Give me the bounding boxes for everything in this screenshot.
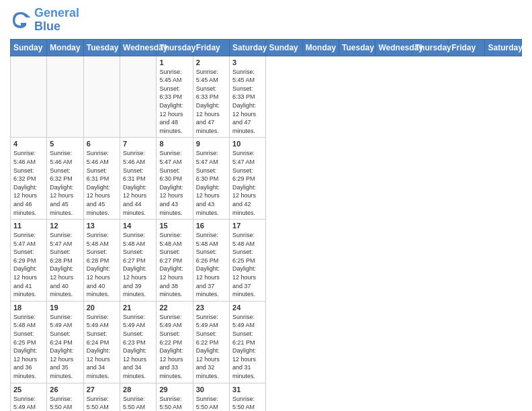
day-cell: 12Sunrise: 5:47 AM Sunset: 6:28 PM Dayli…	[47, 220, 83, 302]
day-cell: 19Sunrise: 5:49 AM Sunset: 6:24 PM Dayli…	[47, 301, 83, 383]
col-header-wednesday: Wednesday	[120, 39, 157, 56]
week-row-3: 11Sunrise: 5:47 AM Sunset: 6:29 PM Dayli…	[11, 220, 522, 302]
day-info: Sunrise: 5:49 AM Sunset: 6:22 PM Dayligh…	[159, 313, 189, 381]
week-row-1: 1Sunrise: 5:45 AM Sunset: 6:33 PM Daylig…	[11, 56, 522, 138]
day-info: Sunrise: 5:49 AM Sunset: 6:24 PM Dayligh…	[87, 313, 117, 381]
col-header-tuesday: Tuesday	[339, 39, 375, 56]
day-cell	[47, 56, 83, 138]
day-number: 21	[123, 304, 153, 312]
day-info: Sunrise: 5:47 AM Sunset: 6:28 PM Dayligh…	[50, 231, 80, 299]
day-number: 28	[123, 385, 153, 394]
page-header: General Blue	[10, 7, 522, 34]
day-cell: 20Sunrise: 5:49 AM Sunset: 6:24 PM Dayli…	[83, 301, 120, 383]
logo: General Blue	[10, 7, 79, 34]
col-header-thursday: Thursday	[412, 39, 448, 56]
day-number: 27	[87, 385, 117, 394]
day-cell: 16Sunrise: 5:48 AM Sunset: 6:26 PM Dayli…	[193, 220, 229, 302]
day-info: Sunrise: 5:49 AM Sunset: 6:22 PM Dayligh…	[196, 313, 226, 381]
day-info: Sunrise: 5:47 AM Sunset: 6:29 PM Dayligh…	[13, 231, 44, 299]
day-info: Sunrise: 5:47 AM Sunset: 6:30 PM Dayligh…	[196, 149, 226, 217]
day-number: 3	[232, 58, 263, 66]
day-number: 14	[123, 222, 153, 230]
day-number: 11	[13, 222, 44, 230]
day-cell: 24Sunrise: 5:49 AM Sunset: 6:21 PM Dayli…	[230, 301, 266, 383]
day-info: Sunrise: 5:45 AM Sunset: 6:33 PM Dayligh…	[159, 68, 189, 136]
day-number: 1	[159, 58, 189, 66]
day-number: 12	[50, 222, 80, 230]
day-info: Sunrise: 5:48 AM Sunset: 6:25 PM Dayligh…	[13, 313, 44, 381]
day-number: 5	[50, 140, 80, 148]
day-cell: 17Sunrise: 5:48 AM Sunset: 6:25 PM Dayli…	[230, 220, 266, 302]
day-number: 18	[13, 304, 44, 312]
day-number: 15	[159, 222, 189, 230]
day-info: Sunrise: 5:48 AM Sunset: 6:26 PM Dayligh…	[196, 231, 226, 299]
day-cell: 8Sunrise: 5:47 AM Sunset: 6:30 PM Daylig…	[157, 138, 193, 220]
col-header-monday: Monday	[47, 39, 83, 56]
day-cell: 6Sunrise: 5:46 AM Sunset: 6:31 PM Daylig…	[83, 138, 120, 220]
col-header-friday: Friday	[193, 39, 229, 56]
day-number: 9	[196, 140, 226, 148]
col-header-saturday: Saturday	[485, 39, 522, 56]
day-number: 22	[159, 304, 189, 312]
day-number: 8	[159, 140, 189, 148]
day-info: Sunrise: 5:49 AM Sunset: 6:21 PM Dayligh…	[232, 313, 263, 381]
calendar-table: SundayMondayTuesdayWednesdayThursdayFrid…	[10, 39, 522, 411]
day-info: Sunrise: 5:49 AM Sunset: 6:24 PM Dayligh…	[50, 313, 80, 381]
day-info: Sunrise: 5:47 AM Sunset: 6:30 PM Dayligh…	[159, 149, 189, 217]
day-cell: 26Sunrise: 5:50 AM Sunset: 6:20 PM Dayli…	[47, 383, 83, 411]
col-header-sunday: Sunday	[266, 39, 302, 56]
day-info: Sunrise: 5:48 AM Sunset: 6:28 PM Dayligh…	[87, 231, 117, 299]
day-info: Sunrise: 5:48 AM Sunset: 6:27 PM Dayligh…	[159, 231, 189, 299]
day-number: 24	[232, 304, 263, 312]
day-cell: 13Sunrise: 5:48 AM Sunset: 6:28 PM Dayli…	[83, 220, 120, 302]
day-cell: 7Sunrise: 5:46 AM Sunset: 6:31 PM Daylig…	[120, 138, 157, 220]
day-cell: 30Sunrise: 5:50 AM Sunset: 6:17 PM Dayli…	[193, 383, 229, 411]
day-info: Sunrise: 5:46 AM Sunset: 6:31 PM Dayligh…	[87, 149, 117, 217]
logo-icon	[10, 9, 32, 31]
day-cell: 23Sunrise: 5:49 AM Sunset: 6:22 PM Dayli…	[193, 301, 229, 383]
day-info: Sunrise: 5:50 AM Sunset: 6:16 PM Dayligh…	[232, 395, 263, 411]
day-info: Sunrise: 5:48 AM Sunset: 6:27 PM Dayligh…	[123, 231, 153, 299]
day-info: Sunrise: 5:50 AM Sunset: 6:19 PM Dayligh…	[87, 395, 117, 411]
day-cell: 2Sunrise: 5:45 AM Sunset: 6:33 PM Daylig…	[193, 56, 229, 138]
day-info: Sunrise: 5:50 AM Sunset: 6:20 PM Dayligh…	[50, 395, 80, 411]
day-info: Sunrise: 5:46 AM Sunset: 6:32 PM Dayligh…	[13, 149, 44, 217]
day-cell: 9Sunrise: 5:47 AM Sunset: 6:30 PM Daylig…	[193, 138, 229, 220]
day-number: 7	[123, 140, 153, 148]
day-info: Sunrise: 5:46 AM Sunset: 6:31 PM Dayligh…	[123, 149, 153, 217]
day-cell: 15Sunrise: 5:48 AM Sunset: 6:27 PM Dayli…	[157, 220, 193, 302]
day-number: 2	[196, 58, 226, 66]
day-cell: 5Sunrise: 5:46 AM Sunset: 6:32 PM Daylig…	[47, 138, 83, 220]
day-info: Sunrise: 5:45 AM Sunset: 6:33 PM Dayligh…	[232, 68, 263, 136]
week-row-2: 4Sunrise: 5:46 AM Sunset: 6:32 PM Daylig…	[11, 138, 522, 220]
day-cell: 3Sunrise: 5:45 AM Sunset: 6:33 PM Daylig…	[230, 56, 266, 138]
day-cell: 4Sunrise: 5:46 AM Sunset: 6:32 PM Daylig…	[11, 138, 47, 220]
day-cell: 10Sunrise: 5:47 AM Sunset: 6:29 PM Dayli…	[230, 138, 266, 220]
day-info: Sunrise: 5:50 AM Sunset: 6:18 PM Dayligh…	[159, 395, 189, 411]
week-row-4: 18Sunrise: 5:48 AM Sunset: 6:25 PM Dayli…	[11, 301, 522, 383]
day-number: 30	[196, 385, 226, 394]
day-number: 17	[232, 222, 263, 230]
col-header-friday: Friday	[449, 39, 485, 56]
col-header-wednesday: Wednesday	[375, 39, 412, 56]
day-cell: 27Sunrise: 5:50 AM Sunset: 6:19 PM Dayli…	[83, 383, 120, 411]
day-cell: 31Sunrise: 5:50 AM Sunset: 6:16 PM Dayli…	[230, 383, 266, 411]
day-number: 25	[13, 385, 44, 394]
day-info: Sunrise: 5:50 AM Sunset: 6:18 PM Dayligh…	[123, 395, 153, 411]
col-header-sunday: Sunday	[11, 39, 47, 56]
day-number: 4	[13, 140, 44, 148]
day-number: 6	[87, 140, 117, 148]
day-number: 26	[50, 385, 80, 394]
day-cell	[11, 56, 47, 138]
day-cell: 25Sunrise: 5:49 AM Sunset: 6:20 PM Dayli…	[11, 383, 47, 411]
day-cell	[83, 56, 120, 138]
day-number: 16	[196, 222, 226, 230]
day-info: Sunrise: 5:49 AM Sunset: 6:23 PM Dayligh…	[123, 313, 153, 381]
day-info: Sunrise: 5:50 AM Sunset: 6:17 PM Dayligh…	[196, 395, 226, 411]
day-cell: 14Sunrise: 5:48 AM Sunset: 6:27 PM Dayli…	[120, 220, 157, 302]
day-cell: 1Sunrise: 5:45 AM Sunset: 6:33 PM Daylig…	[157, 56, 193, 138]
day-number: 19	[50, 304, 80, 312]
day-info: Sunrise: 5:46 AM Sunset: 6:32 PM Dayligh…	[50, 149, 80, 217]
day-cell: 21Sunrise: 5:49 AM Sunset: 6:23 PM Dayli…	[120, 301, 157, 383]
day-info: Sunrise: 5:45 AM Sunset: 6:33 PM Dayligh…	[196, 68, 226, 136]
